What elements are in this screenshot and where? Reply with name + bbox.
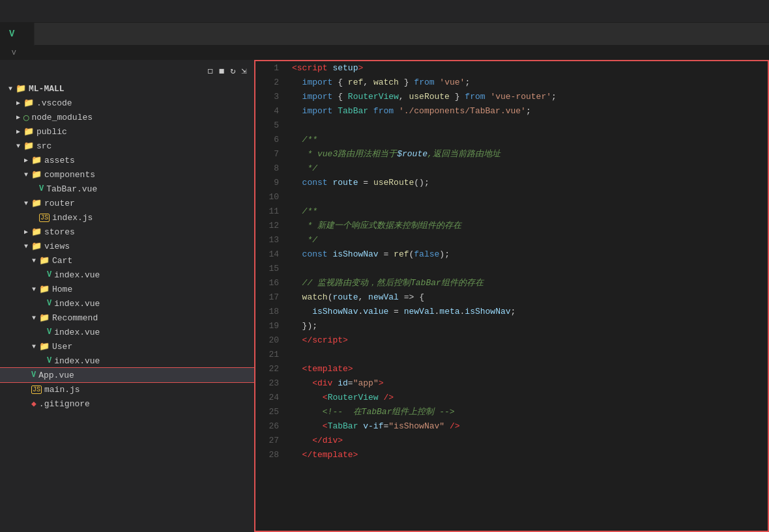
sidebar-item-user[interactable]: ▼ 📁 User: [0, 339, 254, 354]
code-line-9: const route = useRoute();: [292, 176, 762, 190]
sidebar-item-main-js[interactable]: JS main.js: [0, 382, 254, 397]
code-line-10: [292, 190, 762, 204]
sidebar-item-views[interactable]: ▼ 📁 views: [0, 239, 254, 253]
sidebar-label-public: public: [36, 127, 254, 137]
code-line-23: <div id="app">: [292, 376, 762, 391]
code-line-2: import { ref, watch } from 'vue';: [292, 76, 762, 90]
code-line-5: [292, 119, 762, 133]
sidebar-item-home[interactable]: ▼ 📁 Home: [0, 282, 254, 296]
sidebar-label-components: components: [44, 170, 254, 180]
sidebar-label-home: Home: [52, 285, 254, 294]
sidebar-item-cart-index[interactable]: V index.vue: [0, 268, 254, 282]
sidebar-label-node_modules: node_modules: [31, 113, 254, 122]
vue-tab-icon: V: [9, 29, 14, 39]
code-content: <script setup> import { ref, watch } fro…: [287, 61, 768, 531]
sidebar-label-tabbar-vue: TabBar.vue: [46, 184, 254, 194]
code-line-25: <!-- 在TabBar组件上控制 -->: [292, 405, 762, 419]
code-line-14: const isShowNav = ref(false);: [292, 247, 762, 262]
code-line-16: // 监视路由变动，然后控制TabBar组件的存在: [292, 276, 762, 290]
sidebar-label-router: router: [44, 199, 254, 208]
sidebar-item-app-vue[interactable]: V App.vue: [0, 368, 254, 382]
sidebar-item-assets[interactable]: ▶ 📁 assets: [0, 153, 254, 167]
code-line-8: */: [292, 161, 762, 176]
sidebar: ◻ ◼ ↻ ⇲ ▼📁ML-MALL ▶ 📁 .vscode ▶ ◯ node_m…: [0, 60, 254, 532]
title-bar: [0, 0, 769, 23]
sidebar-item-vscode[interactable]: ▶ 📁 .vscode: [0, 96, 254, 110]
code-line-1: <script setup>: [292, 61, 762, 76]
sidebar-item-src[interactable]: ▼ 📁 src: [0, 139, 254, 153]
sidebar-label-views: views: [44, 242, 254, 251]
code-line-18: isShowNav.value = newVal.meta.isShowNav;: [292, 305, 762, 319]
sidebar-item-recommend[interactable]: ▼ 📁 Recommend: [0, 311, 254, 325]
sidebar-label-cart-index: index.vue: [54, 270, 254, 280]
sidebar-label-recommend-index: index.vue: [54, 328, 254, 337]
code-line-26: <TabBar v-if="isShowNav" />: [292, 419, 762, 434]
code-line-12: * 新建一个响应式数据来控制组件的存在: [292, 219, 762, 233]
sidebar-label-gitignore: .gitignore: [39, 399, 254, 409]
sidebar-actions: ◻ ◼ ↻ ⇲: [207, 65, 248, 76]
code-line-6: /**: [292, 133, 762, 147]
code-line-19: });: [292, 319, 762, 333]
sidebar-label-app-vue: App.vue: [38, 371, 254, 380]
code-line-11: /**: [292, 204, 762, 219]
breadcrumb: V: [0, 46, 769, 60]
sidebar-item-public[interactable]: ▶ 📁 public: [0, 124, 254, 139]
code-editor[interactable]: 1234567891011121314151617181920212223242…: [255, 61, 768, 531]
sidebar-item-router[interactable]: ▼ 📁 router: [0, 196, 254, 210]
sidebar-item-ml-mall[interactable]: ▼📁ML-MALL: [0, 81, 254, 96]
code-line-3: import { RouterView, useRoute } from 'vu…: [292, 90, 762, 104]
sidebar-label-recommend: Recommend: [52, 313, 254, 323]
collapse-all-icon[interactable]: ⇲: [242, 65, 248, 76]
editor-area: 1234567891011121314151617181920212223242…: [254, 60, 769, 532]
sidebar-label-assets: assets: [44, 156, 254, 165]
sidebar-label-main-js: main.js: [44, 385, 254, 395]
sidebar-item-home-index[interactable]: V index.vue: [0, 296, 254, 311]
sidebar-label-vscode: .vscode: [36, 98, 254, 108]
sidebar-item-node_modules[interactable]: ▶ ◯ node_modules: [0, 110, 254, 124]
sidebar-label-stores: stores: [44, 227, 254, 237]
code-line-22: <template>: [292, 362, 762, 376]
sidebar-label-src: src: [36, 141, 254, 151]
code-line-27: </div>: [292, 434, 762, 448]
refresh-icon[interactable]: ↻: [230, 65, 236, 76]
sidebar-label-index-js: index.js: [52, 213, 254, 223]
sidebar-item-index-js[interactable]: JS index.js: [0, 210, 254, 225]
code-line-20: </script>: [292, 333, 762, 348]
line-numbers: 1234567891011121314151617181920212223242…: [255, 61, 287, 531]
sidebar-item-user-index[interactable]: V index.vue: [0, 354, 254, 368]
tab-bar: V: [0, 23, 769, 46]
code-line-17: watch(route, newVal => {: [292, 290, 762, 305]
code-line-7: * vue3路由用法相当于$route,返回当前路由地址: [292, 147, 762, 161]
main-area: ◻ ◼ ↻ ⇲ ▼📁ML-MALL ▶ 📁 .vscode ▶ ◯ node_m…: [0, 60, 769, 532]
sidebar-item-gitignore[interactable]: ◆ .gitignore: [0, 397, 254, 411]
code-line-4: import TabBar from './components/TabBar.…: [292, 104, 762, 119]
code-line-24: <RouterView />: [292, 391, 762, 405]
sidebar-item-recommend-index[interactable]: V index.vue: [0, 325, 254, 339]
code-line-13: */: [292, 233, 762, 247]
code-line-15: [292, 262, 762, 276]
sidebar-item-stores[interactable]: ▶ 📁 stores: [0, 225, 254, 239]
sidebar-label-user: User: [52, 342, 254, 352]
new-folder-icon[interactable]: ◼: [219, 65, 225, 76]
sidebar-item-cart[interactable]: ▼ 📁 Cart: [0, 253, 254, 268]
code-line-21: [292, 348, 762, 362]
sidebar-tree: ▼📁ML-MALL ▶ 📁 .vscode ▶ ◯ node_modules ▶…: [0, 81, 254, 532]
sidebar-label-home-index: index.vue: [54, 299, 254, 309]
sidebar-label-cart: Cart: [52, 256, 254, 266]
new-file-icon[interactable]: ◻: [207, 65, 213, 76]
sidebar-item-tabbar-vue[interactable]: V TabBar.vue: [0, 182, 254, 196]
sidebar-header: ◻ ◼ ↻ ⇲: [0, 60, 254, 81]
code-line-28: </template>: [292, 448, 762, 462]
sidebar-label-user-index: index.vue: [54, 356, 254, 366]
sidebar-item-components[interactable]: ▼ 📁 components: [0, 167, 254, 182]
tab-app-vue[interactable]: V: [0, 23, 35, 46]
